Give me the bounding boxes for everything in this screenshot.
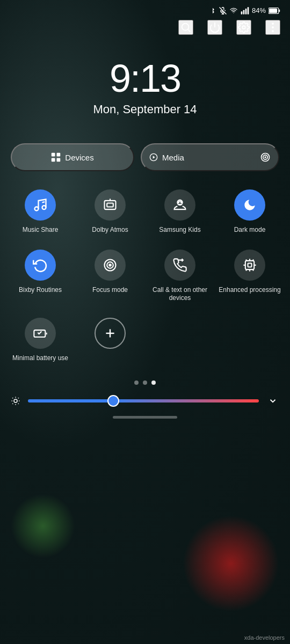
tile-dark-mode[interactable]: Dark mode <box>215 182 285 242</box>
media-play-icon <box>149 153 158 162</box>
music-share-icon <box>33 197 48 213</box>
tile-add[interactable] <box>75 310 145 370</box>
power-button[interactable] <box>207 20 222 35</box>
dolby-atmos-icon-bg <box>95 189 126 221</box>
tiles-grid: Music Share Dolby Atmos <box>0 182 290 370</box>
call-text-label: Call & text on other devices <box>148 286 212 303</box>
svg-point-29 <box>178 202 179 203</box>
svg-line-47 <box>18 404 19 404</box>
enhanced-processing-icon-bg <box>234 250 265 281</box>
bixby-routines-icon <box>33 258 48 273</box>
tile-dolby-atmos[interactable]: Dolby Atmos <box>75 182 145 242</box>
media-cast-icon <box>260 152 271 163</box>
focus-mode-icon <box>103 258 118 273</box>
svg-rect-25 <box>105 201 116 209</box>
tile-focus-mode[interactable]: Focus mode <box>75 242 145 310</box>
page-dot-1[interactable] <box>134 380 139 385</box>
dark-mode-icon <box>243 198 257 212</box>
samsung-kids-label: Samsung Kids <box>159 226 200 235</box>
bixby-routines-label: Bixby Routines <box>19 286 62 295</box>
search-button[interactable] <box>178 20 193 35</box>
minimal-battery-label: Minimal battery use <box>12 354 68 363</box>
signal-icon <box>241 7 249 14</box>
clock-time: 9:13 <box>110 56 180 100</box>
bixby-routines-icon-bg <box>25 250 56 281</box>
svg-rect-4 <box>243 10 245 14</box>
battery-icon <box>269 7 280 14</box>
svg-line-11 <box>188 30 190 32</box>
svg-rect-16 <box>52 158 55 162</box>
page-dot-2[interactable] <box>143 380 147 385</box>
add-icon-bg <box>95 318 126 349</box>
music-share-label: Music Share <box>23 226 59 235</box>
sun-icon <box>11 396 20 406</box>
add-icon <box>103 326 117 340</box>
devices-icon <box>51 152 61 162</box>
device-media-row: Devices Media <box>0 143 290 171</box>
svg-rect-34 <box>245 260 254 269</box>
media-label: Media <box>162 153 184 162</box>
tile-samsung-kids[interactable]: Samsung Kids <box>145 182 215 242</box>
focus-mode-icon-bg <box>95 250 126 281</box>
tile-bixby-routines[interactable]: Bixby Routines <box>5 242 75 310</box>
samsung-kids-icon <box>172 197 187 213</box>
svg-point-22 <box>265 157 266 158</box>
settings-button[interactable] <box>236 20 251 35</box>
brightness-expand-button[interactable] <box>265 393 280 408</box>
status-bar: 84% <box>0 0 290 17</box>
chevron-down-icon <box>268 396 278 406</box>
call-text-icon <box>172 258 187 273</box>
svg-line-46 <box>12 398 13 399</box>
page-indicators <box>0 380 290 385</box>
page-dot-3[interactable] <box>151 380 156 385</box>
svg-line-51 <box>18 398 19 399</box>
dark-mode-icon-bg <box>234 189 265 221</box>
call-text-icon-bg <box>164 250 195 281</box>
status-icons: 84% <box>209 6 280 14</box>
brightness-track[interactable] <box>28 399 259 402</box>
minimal-battery-icon <box>33 326 48 341</box>
svg-rect-5 <box>245 9 247 14</box>
mute-icon <box>219 7 227 14</box>
quick-actions-row <box>0 17 290 40</box>
svg-rect-26 <box>107 203 113 207</box>
svg-rect-35 <box>248 263 252 267</box>
brightness-row <box>0 393 290 408</box>
svg-point-23 <box>35 207 39 211</box>
enhanced-processing-label: Enhanced processing <box>219 286 280 295</box>
bluetooth-icon <box>209 7 216 14</box>
enhanced-processing-icon <box>242 258 257 273</box>
minimal-battery-icon-bg <box>25 318 56 349</box>
tile-enhanced-processing[interactable]: Enhanced processing <box>215 242 285 310</box>
brightness-low-icon <box>10 395 21 407</box>
dolby-atmos-label: Dolby Atmos <box>92 226 128 235</box>
music-share-icon-bg <box>25 189 56 221</box>
devices-button[interactable]: Devices <box>11 143 134 171</box>
dolby-atmos-icon <box>103 197 118 213</box>
more-options-button[interactable] <box>265 20 280 35</box>
svg-rect-14 <box>52 153 55 157</box>
svg-rect-17 <box>57 158 61 162</box>
clock-section: 9:13 Mon, September 14 <box>0 40 290 143</box>
svg-line-50 <box>12 404 13 404</box>
devices-label: Devices <box>65 153 93 162</box>
svg-rect-6 <box>248 7 249 14</box>
watermark: xda-developers <box>244 634 285 641</box>
svg-point-33 <box>109 264 111 266</box>
media-left: Media <box>149 153 184 162</box>
svg-point-43 <box>14 399 17 402</box>
media-button[interactable]: Media <box>141 143 279 171</box>
svg-rect-8 <box>279 9 280 12</box>
svg-marker-19 <box>153 156 155 158</box>
tile-music-share[interactable]: Music Share <box>5 182 75 242</box>
svg-point-30 <box>181 202 182 203</box>
dark-mode-label: Dark mode <box>234 226 266 235</box>
wifi-icon <box>229 7 238 14</box>
tile-call-text[interactable]: Call & text on other devices <box>145 242 215 310</box>
svg-point-24 <box>42 206 46 209</box>
focus-mode-label: Focus mode <box>92 286 128 295</box>
tile-minimal-battery[interactable]: Minimal battery use <box>5 310 75 370</box>
brightness-thumb[interactable] <box>107 395 119 407</box>
svg-rect-15 <box>57 153 61 157</box>
battery-percentage: 84% <box>252 6 266 14</box>
